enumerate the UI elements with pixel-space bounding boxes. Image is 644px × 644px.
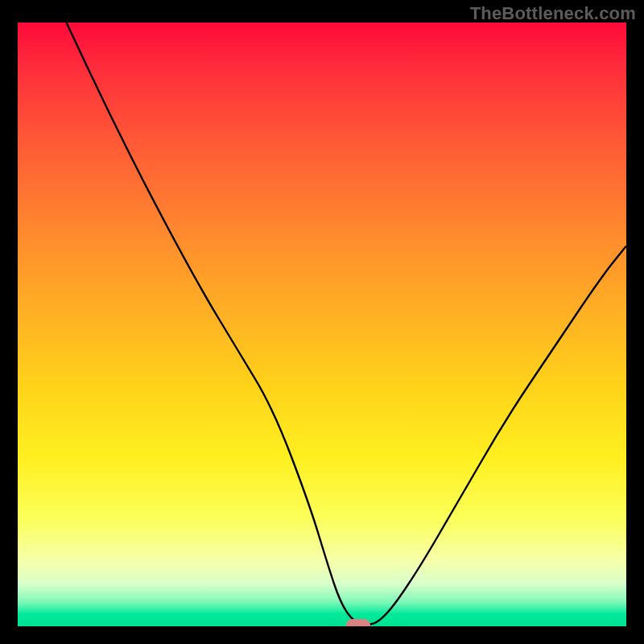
plot-area <box>18 23 626 626</box>
curve-line <box>67 23 627 625</box>
bottleneck-curve <box>18 23 626 626</box>
chart-frame: TheBottleneck.com <box>0 0 644 644</box>
optimum-marker <box>346 619 370 626</box>
watermark-text: TheBottleneck.com <box>470 3 636 24</box>
